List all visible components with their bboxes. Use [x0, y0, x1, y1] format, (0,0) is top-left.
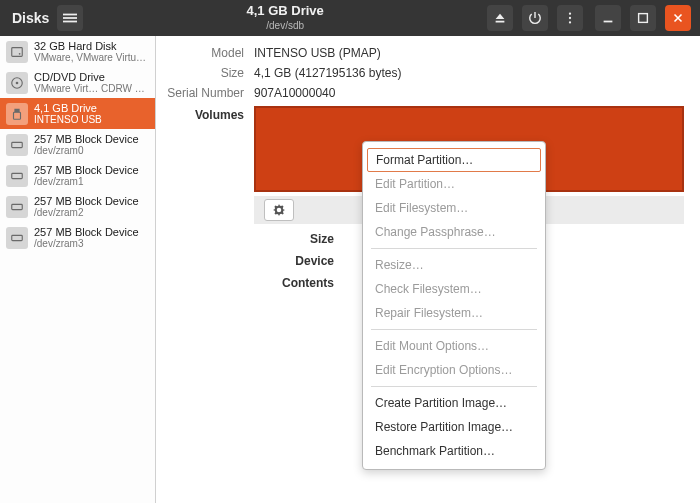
- sidebar-item[interactable]: 257 MB Block Device/dev/zram2: [0, 191, 155, 222]
- header-title-block: 4,1 GB Drive /dev/sdb: [86, 3, 484, 33]
- device-icon: [6, 165, 28, 187]
- device-title: 32 GB Hard Disk: [34, 40, 149, 52]
- serial-label: Serial Number: [164, 86, 254, 100]
- svg-rect-14: [12, 142, 23, 147]
- device-title: 257 MB Block Device: [34, 226, 139, 238]
- device-subtitle: VMware Virt… CDRW Drive: [34, 83, 149, 94]
- menu-separator: [371, 386, 537, 387]
- menu-separator: [371, 248, 537, 249]
- device-title: 4,1 GB Drive: [34, 102, 102, 114]
- volumes-label: Volumes: [164, 106, 254, 122]
- svg-rect-1: [63, 17, 77, 19]
- drive-title: 4,1 GB Drive: [86, 3, 484, 18]
- partition-context-menu: Format Partition… Edit Partition… Edit F…: [362, 141, 546, 470]
- svg-point-11: [16, 81, 19, 84]
- device-subtitle: /dev/zram0: [34, 145, 139, 156]
- menu-separator: [371, 329, 537, 330]
- svg-rect-7: [639, 14, 648, 23]
- sidebar-item[interactable]: CD/DVD DriveVMware Virt… CDRW Drive: [0, 67, 155, 98]
- below-size-label: Size: [254, 230, 344, 246]
- menu-benchmark[interactable]: Benchmark Partition…: [363, 439, 545, 463]
- svg-point-9: [19, 52, 21, 54]
- svg-rect-16: [12, 204, 23, 209]
- device-title: 257 MB Block Device: [34, 164, 139, 176]
- sidebar-item[interactable]: 257 MB Block Device/dev/zram1: [0, 160, 155, 191]
- device-sidebar: 32 GB Hard DiskVMware, VMware Virtual SC…: [0, 36, 156, 503]
- sidebar-item[interactable]: 257 MB Block Device/dev/zram3: [0, 222, 155, 253]
- device-icon: [6, 196, 28, 218]
- maximize-icon[interactable]: [630, 5, 656, 31]
- menu-encryption-options: Edit Encryption Options…: [363, 358, 545, 382]
- sidebar-item[interactable]: 32 GB Hard DiskVMware, VMware Virtual S: [0, 36, 155, 67]
- close-icon[interactable]: [665, 5, 691, 31]
- header-bar: Disks 4,1 GB Drive /dev/sdb: [0, 0, 700, 36]
- svg-rect-15: [12, 173, 23, 178]
- serial-value: 907A10000040: [254, 86, 335, 100]
- device-title: 257 MB Block Device: [34, 195, 139, 207]
- menu-create-image[interactable]: Create Partition Image…: [363, 391, 545, 415]
- svg-rect-17: [12, 235, 23, 240]
- device-subtitle: VMware, VMware Virtual S: [34, 52, 149, 63]
- svg-point-4: [569, 17, 571, 19]
- below-contents-label: Contents: [254, 274, 344, 290]
- svg-rect-6: [604, 21, 613, 23]
- sidebar-item[interactable]: 257 MB Block Device/dev/zram0: [0, 129, 155, 160]
- device-icon: [6, 103, 28, 125]
- gear-icon[interactable]: [264, 199, 294, 221]
- device-subtitle: INTENSO USB: [34, 114, 102, 125]
- power-icon[interactable]: [522, 5, 548, 31]
- svg-point-3: [569, 12, 571, 14]
- device-icon: [6, 41, 28, 63]
- menu-edit-partition: Edit Partition…: [363, 172, 545, 196]
- hamburger-icon[interactable]: [57, 5, 83, 31]
- model-label: Model: [164, 46, 254, 60]
- menu-repair-filesystem: Repair Filesystem…: [363, 301, 545, 325]
- detail-pane: ModelINTENSO USB (PMAP) Size4,1 GB (4127…: [156, 36, 700, 503]
- app-title: Disks: [12, 10, 49, 26]
- svg-rect-13: [14, 112, 21, 119]
- size-value: 4,1 GB (4127195136 bytes): [254, 66, 401, 80]
- minimize-icon[interactable]: [595, 5, 621, 31]
- device-icon: [6, 134, 28, 156]
- device-icon: [6, 227, 28, 249]
- svg-rect-0: [63, 14, 77, 16]
- model-value: INTENSO USB (PMAP): [254, 46, 381, 60]
- size-label: Size: [164, 66, 254, 80]
- eject-icon[interactable]: [487, 5, 513, 31]
- below-device-label: Device: [254, 252, 344, 268]
- menu-check-filesystem: Check Filesystem…: [363, 277, 545, 301]
- device-title: 257 MB Block Device: [34, 133, 139, 145]
- drive-subtitle: /dev/sdb: [86, 18, 484, 33]
- svg-rect-2: [63, 21, 77, 23]
- menu-edit-filesystem: Edit Filesystem…: [363, 196, 545, 220]
- menu-change-passphrase: Change Passphrase…: [363, 220, 545, 244]
- menu-resize: Resize…: [363, 253, 545, 277]
- svg-rect-8: [12, 47, 23, 56]
- device-icon: [6, 72, 28, 94]
- menu-restore-image[interactable]: Restore Partition Image…: [363, 415, 545, 439]
- device-subtitle: /dev/zram3: [34, 238, 139, 249]
- device-subtitle: /dev/zram1: [34, 176, 139, 187]
- svg-point-5: [569, 21, 571, 23]
- menu-format-partition[interactable]: Format Partition…: [367, 148, 541, 172]
- device-subtitle: /dev/zram2: [34, 207, 139, 218]
- sidebar-item[interactable]: 4,1 GB DriveINTENSO USB: [0, 98, 155, 129]
- menu-mount-options: Edit Mount Options…: [363, 334, 545, 358]
- device-title: CD/DVD Drive: [34, 71, 149, 83]
- drive-menu-icon[interactable]: [557, 5, 583, 31]
